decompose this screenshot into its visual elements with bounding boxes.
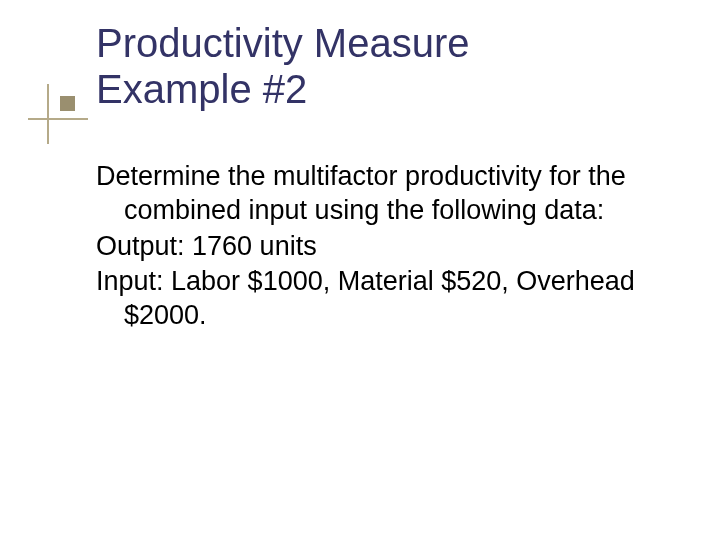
decoration-vertical-line <box>47 84 49 144</box>
decoration-square <box>60 96 75 111</box>
slide-body: Determine the multifactor productivity f… <box>96 160 656 335</box>
title-line-2: Example #2 <box>96 67 307 111</box>
body-paragraph-1: Determine the multifactor productivity f… <box>96 160 656 228</box>
title-line-1: Productivity Measure <box>96 21 469 65</box>
slide-title: Productivity Measure Example #2 <box>96 20 469 112</box>
decoration-horizontal-line <box>28 118 88 120</box>
body-paragraph-2: Output: 1760 units <box>96 230 656 264</box>
body-paragraph-3: Input: Labor $1000, Material $520, Overh… <box>96 265 656 333</box>
